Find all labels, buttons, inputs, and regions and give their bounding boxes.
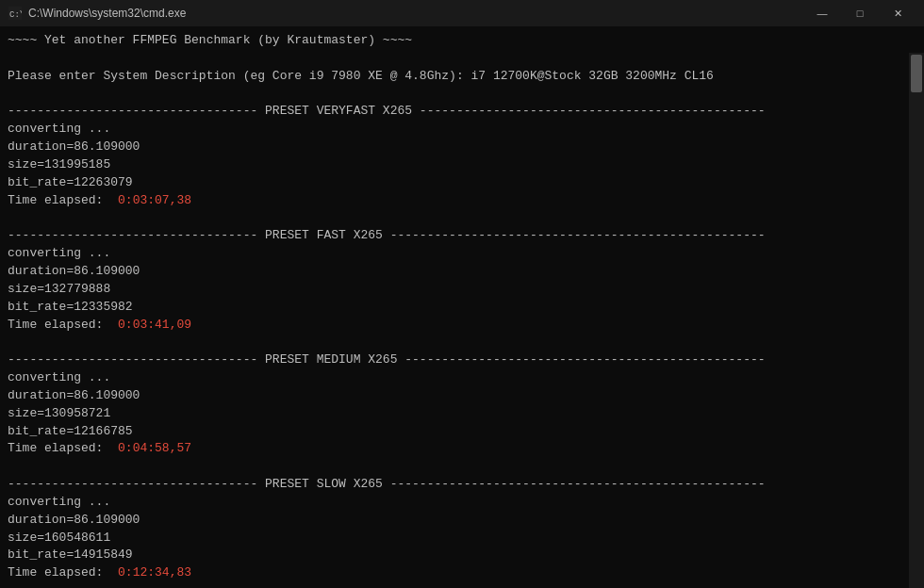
scrollbar-thumb[interactable] xyxy=(911,55,922,92)
close-button[interactable]: ✕ xyxy=(879,0,916,26)
time-elapsed-2: Time elapsed: 0:03:41,09 xyxy=(8,317,903,335)
blank-line-4 xyxy=(8,458,903,476)
bitrate-4: bit_rate=14915849 xyxy=(8,547,903,564)
converting-3: converting ... xyxy=(8,369,903,387)
blank-line-0 xyxy=(8,50,903,68)
window-title: C:\Windows\system32\cmd.exe xyxy=(28,7,186,20)
blank-line-5 xyxy=(8,582,903,588)
converting-2: converting ... xyxy=(8,245,903,263)
time-elapsed-4: Time elapsed: 0:12:34,83 xyxy=(8,564,903,582)
titlebar-left: C:\ C:\Windows\system32\cmd.exe xyxy=(8,6,186,21)
terminal-output: ~~~~ Yet another FFMPEG Benchmark (by Kr… xyxy=(0,26,924,588)
maximize-button[interactable]: □ xyxy=(841,0,879,26)
duration-1: duration=86.109000 xyxy=(8,139,903,156)
time-elapsed-3: Time elapsed: 0:04:58,57 xyxy=(8,440,903,458)
banner-line: ~~~~ Yet another FFMPEG Benchmark (by Kr… xyxy=(8,32,903,50)
window: C:\ C:\Windows\system32\cmd.exe — □ ✕ ~~… xyxy=(0,0,924,588)
separator-2: ---------------------------------- PRESE… xyxy=(8,227,903,245)
size-2: size=132779888 xyxy=(8,281,903,299)
size-4: size=160548611 xyxy=(8,530,903,547)
time-elapsed-1: Time elapsed: 0:03:07,38 xyxy=(8,192,903,210)
system-desc-line: Please enter System Description (eg Core… xyxy=(8,68,903,86)
converting-1: converting ... xyxy=(8,121,903,139)
svg-text:C:\: C:\ xyxy=(9,10,22,20)
cmd-icon: C:\ xyxy=(8,6,23,21)
size-3: size=130958721 xyxy=(8,405,903,423)
size-1: size=131995185 xyxy=(8,156,903,174)
blank-line-3 xyxy=(8,334,903,351)
bitrate-3: bit_rate=12166785 xyxy=(8,423,903,441)
titlebar: C:\ C:\Windows\system32\cmd.exe — □ ✕ xyxy=(0,0,924,26)
duration-3: duration=86.109000 xyxy=(8,387,903,405)
separator-3: ---------------------------------- PRESE… xyxy=(8,351,903,369)
titlebar-controls: — □ ✕ xyxy=(803,0,916,26)
separator-4: ---------------------------------- PRESE… xyxy=(8,476,903,494)
bitrate-2: bit_rate=12335982 xyxy=(8,299,903,317)
separator-1: ---------------------------------- PRESE… xyxy=(8,103,903,121)
scrollbar-track[interactable] xyxy=(909,53,924,588)
bitrate-1: bit_rate=12263079 xyxy=(8,174,903,192)
blank-line-2 xyxy=(8,209,903,227)
blank-line-1 xyxy=(8,86,903,104)
duration-2: duration=86.109000 xyxy=(8,263,903,281)
duration-4: duration=86.109000 xyxy=(8,512,903,530)
minimize-button[interactable]: — xyxy=(803,0,841,26)
converting-4: converting ... xyxy=(8,494,903,512)
